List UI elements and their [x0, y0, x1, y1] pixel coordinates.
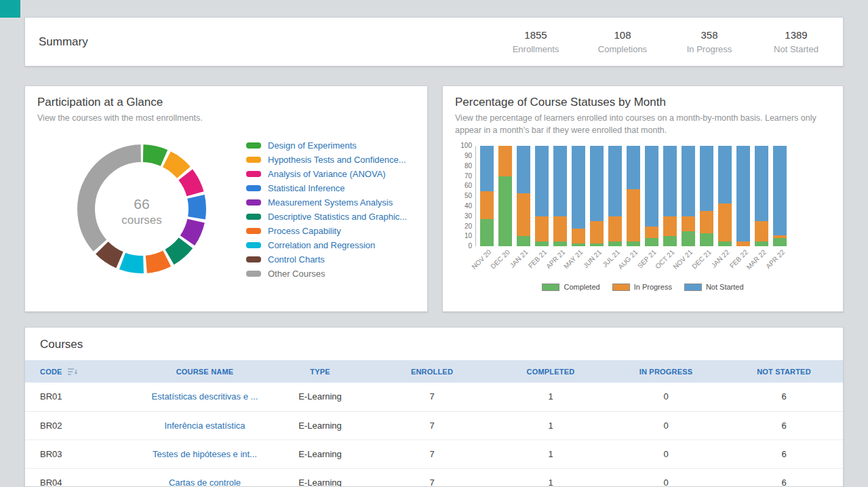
- bar-segment-completed: [645, 238, 658, 246]
- stacked-bar[interactable]: [517, 146, 530, 246]
- course-code: BR04: [25, 468, 140, 487]
- y-tick-label: 80: [465, 163, 472, 170]
- stacked-bar[interactable]: [608, 146, 622, 246]
- column-header-type[interactable]: TYPE: [269, 360, 371, 383]
- legend-swatch: [246, 142, 261, 149]
- table-row: BR02Inferência estatísticaE-Learning7106: [25, 411, 844, 440]
- donut-chart: 66 courses: [37, 131, 246, 294]
- legend-item[interactable]: Process Capability: [246, 226, 407, 236]
- legend-item[interactable]: Hypothesis Tests and Confidence...: [246, 155, 407, 165]
- courses-table: CODECOURSE NAMETYPEENROLLEDCOMPLETEDIN P…: [25, 360, 844, 487]
- stacked-bar[interactable]: [663, 146, 677, 246]
- app-logo-chip[interactable]: [0, 0, 20, 18]
- course-enrolled: 7: [371, 411, 493, 440]
- course-enrolled: 7: [371, 383, 493, 411]
- column-header-enrolled[interactable]: ENROLLED: [371, 360, 493, 383]
- column-header-not-started[interactable]: NOT STARTED: [724, 360, 844, 383]
- y-tick-label: 100: [460, 142, 472, 149]
- course-not-started: 6: [724, 383, 844, 411]
- y-tick-label: 90: [465, 153, 472, 159]
- course-completed: 1: [493, 468, 608, 487]
- y-tick-label: 30: [465, 213, 472, 220]
- legend-item[interactable]: Other Courses: [246, 269, 407, 279]
- participation-subtitle: View the courses with the most enrollmen…: [37, 112, 415, 124]
- legend-item-not-started: Not Started: [684, 283, 744, 291]
- stacked-bar[interactable]: [480, 146, 494, 246]
- bar-segment-completed: [535, 241, 549, 246]
- stacked-bar[interactable]: [590, 146, 604, 246]
- y-tick-label: 50: [465, 193, 472, 199]
- bar-segment-in-progress: [700, 211, 713, 233]
- bar-segment-in-progress: [645, 227, 658, 239]
- bar-segment-not-started: [608, 146, 622, 216]
- summary-stats: 1855 Enrollments 108 Completions 358 In …: [507, 29, 825, 54]
- column-header-in-progress[interactable]: IN PROGRESS: [608, 360, 724, 383]
- legend-item-in-progress: In Progress: [612, 283, 672, 291]
- stacked-bar[interactable]: [736, 146, 750, 246]
- stacked-bar[interactable]: [535, 146, 549, 246]
- course-in-progress: 0: [608, 411, 724, 440]
- bar-segment-completed: [718, 241, 732, 246]
- column-header-completed[interactable]: COMPLETED: [493, 360, 608, 383]
- x-tick-label: APR 22: [772, 246, 786, 280]
- sort-icon[interactable]: [68, 368, 77, 376]
- y-tick-label: 70: [465, 173, 472, 180]
- course-name-cell: Inferência estatística: [140, 411, 269, 440]
- donut-legend: Design of Experiments Hypothesis Tests a…: [246, 124, 407, 294]
- summary-stat: 1389 Not Started: [767, 29, 825, 54]
- summary-stat: 108 Completions: [593, 29, 652, 54]
- legend-item[interactable]: Statistical Inference: [246, 183, 407, 193]
- legend-item[interactable]: Measurement Systems Analysis: [246, 197, 407, 208]
- legend-swatch: [246, 256, 261, 262]
- stacked-bar[interactable]: [700, 146, 713, 246]
- stacked-bar[interactable]: [572, 146, 585, 246]
- course-not-started: 6: [724, 468, 844, 487]
- course-type: E-Learning: [269, 383, 371, 411]
- column-header-code[interactable]: CODE: [25, 360, 140, 383]
- course-name-link[interactable]: Inferência estatística: [164, 421, 245, 431]
- legend-item[interactable]: Descriptive Statistics and Graphic...: [246, 212, 407, 222]
- y-tick-label: 0: [468, 243, 472, 250]
- bar-segment-not-started: [553, 146, 567, 216]
- stacked-bar[interactable]: [498, 146, 512, 246]
- course-name-cell: Estatísticas descritivas e ...: [140, 383, 269, 411]
- stacked-bar[interactable]: [553, 146, 567, 246]
- legend-item[interactable]: Control Charts: [246, 254, 407, 265]
- bar-segment-completed: [627, 241, 640, 246]
- bar-segment-not-started: [590, 146, 604, 221]
- bar-segment-not-started: [736, 146, 750, 241]
- stat-label: Enrollments: [507, 44, 565, 54]
- bar-segment-in-progress: [553, 216, 567, 241]
- legend-label: Control Charts: [268, 254, 325, 265]
- course-completed: 1: [493, 440, 608, 468]
- stat-value: 358: [680, 29, 738, 41]
- bar-segment-not-started: [627, 146, 640, 189]
- legend-item[interactable]: Analysis of Variance (ANOVA): [246, 169, 407, 179]
- stacked-bar[interactable]: [682, 146, 695, 246]
- column-header-course-name[interactable]: COURSE NAME: [140, 360, 269, 383]
- stacked-bar[interactable]: [755, 146, 768, 246]
- bar-segment-completed: [480, 219, 494, 246]
- course-name-cell: Cartas de controle: [140, 468, 269, 487]
- course-enrolled: 7: [371, 468, 493, 487]
- course-type: E-Learning: [269, 440, 371, 468]
- bar-segment-completed: [498, 176, 512, 247]
- course-name-link[interactable]: Cartas de controle: [169, 478, 241, 487]
- stacked-bar[interactable]: [627, 146, 640, 246]
- stacked-bar[interactable]: [773, 146, 787, 246]
- legend-label: Descriptive Statistics and Graphic...: [268, 212, 407, 222]
- statuses-subtitle: View the percentage of learners enrolled…: [455, 112, 831, 136]
- course-name-link[interactable]: Testes de hipóteses e int...: [153, 449, 257, 459]
- bar-segment-in-progress: [590, 221, 604, 244]
- legend-item[interactable]: Correlation and Regression: [246, 240, 407, 250]
- stacked-bar[interactable]: [718, 146, 732, 246]
- summary-card: Summary 1855 Enrollments 108 Completions…: [24, 17, 844, 66]
- participation-body: 66 courses Design of Experiments Hypothe…: [37, 124, 415, 294]
- stacked-bar[interactable]: [645, 146, 658, 246]
- bar-segment-not-started: [480, 146, 494, 191]
- bar-segment-in-progress: [498, 146, 512, 176]
- course-name-link[interactable]: Estatísticas descritivas e ...: [152, 391, 258, 402]
- legend-item[interactable]: Design of Experiments: [246, 140, 407, 151]
- bar-segment-in-progress: [718, 203, 732, 241]
- summary-stat: 1855 Enrollments: [507, 29, 565, 54]
